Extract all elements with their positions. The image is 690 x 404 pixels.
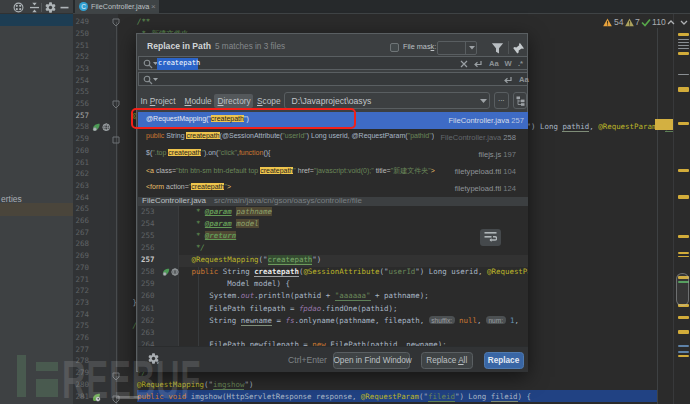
code-token: "): [312, 255, 321, 264]
gear-icon[interactable]: [45, 2, 56, 13]
tool-window-hovered-item[interactable]: [0, 203, 73, 216]
pin-icon[interactable]: [513, 41, 526, 54]
filter-icon[interactable]: [491, 42, 504, 55]
search-result-row[interactable]: public String createpath(@SessionAttribu…: [138, 129, 528, 146]
stripe-mark[interactable]: [678, 39, 689, 40]
spring-leaf-icon[interactable]: [92, 123, 101, 132]
directory-structure-button[interactable]: [513, 92, 528, 109]
search-result-row[interactable]: <form action="createpath">filetypeload.f…: [138, 180, 528, 197]
hide-icon[interactable]: [59, 2, 70, 13]
line-number: 255: [76, 86, 89, 98]
match-highlight: createpath: [168, 149, 201, 156]
folding-line: [116, 22, 117, 404]
stripe-mark[interactable]: [678, 345, 689, 347]
words-toggle[interactable]: W: [505, 59, 512, 68]
replace-field[interactable]: Aa: [138, 72, 528, 86]
stripe-mark[interactable]: [678, 252, 689, 254]
search-field[interactable]: createpath Aa W .*: [138, 56, 528, 70]
search-result-row[interactable]: $(".top createpath").on("click",function…: [138, 146, 528, 163]
tab-filecontroller[interactable]: C FileController.java ×: [75, 0, 159, 13]
scope-tab-directory[interactable]: Directory: [218, 96, 251, 106]
search-input-value[interactable]: createpath: [158, 59, 200, 67]
scope-tab-module[interactable]: Module: [185, 96, 212, 106]
code-token: shuffix:: [429, 316, 455, 324]
stripe-mark[interactable]: [678, 256, 689, 258]
code-token: + pathname);: [371, 291, 429, 300]
combo-arrow-icon[interactable]: [465, 42, 476, 54]
code-token: ) {: [518, 392, 531, 401]
combo-arrow-icon[interactable]: [477, 93, 489, 108]
softwrap-button[interactable]: [480, 229, 501, 246]
scope-tab-scope[interactable]: Scope: [257, 96, 281, 106]
file-mask-combo[interactable]: [437, 41, 477, 55]
directory-combo[interactable]: D:\Javaproject\oasys: [284, 92, 490, 109]
preview-code-line: public String createpath(@SessionAttribu…: [174, 266, 529, 278]
code-token: class=: [156, 167, 176, 174]
replace-all-button[interactable]: Replace All: [421, 352, 473, 370]
preview-line-number: 262: [141, 315, 154, 327]
stripe-mark[interactable]: [678, 122, 689, 125]
chevron-up-icon[interactable]: [667, 19, 675, 26]
code-token: "aaaaaa": [335, 291, 371, 301]
newline-icon[interactable]: [473, 59, 483, 69]
stripe-mark[interactable]: [678, 195, 689, 199]
fold-marker-icon[interactable]: [112, 372, 120, 381]
result-location: filetypeload.ftl 124: [449, 180, 528, 197]
stripe-mark[interactable]: [678, 33, 689, 36]
code-token: createpath: [268, 255, 313, 265]
file-mask-checkbox[interactable]: [390, 43, 399, 52]
globe-icon[interactable]: [102, 123, 111, 132]
newline-icon[interactable]: [503, 75, 513, 85]
browse-button[interactable]: ...: [494, 92, 509, 109]
editor-code-line: @RequestMapping("imgshow"): [119, 379, 253, 391]
match-case-toggle[interactable]: Aa: [489, 59, 499, 68]
replace-button[interactable]: Replace: [484, 352, 524, 370]
stripe-mark[interactable]: [678, 52, 689, 55]
dialog-footer: Ctrl+Enter Open in Find Window Replace A…: [138, 346, 528, 372]
code-token: @RequestParam: [487, 267, 528, 276]
stripe-mark[interactable]: [678, 87, 689, 92]
fold-marker-icon[interactable]: [112, 136, 120, 145]
fold-marker-icon[interactable]: [112, 100, 120, 109]
code-token: @return: [205, 231, 236, 240]
stripe-mark[interactable]: [678, 45, 689, 46]
stripe-mark[interactable]: [678, 316, 689, 319]
chevron-down-icon[interactable]: [680, 19, 688, 26]
result-text: public String createpath(@SessionAttribu…: [146, 132, 475, 139]
stripe-mark[interactable]: [678, 169, 689, 172]
preview-editor[interactable]: 253254255256257258259260261262263264 * @…: [138, 206, 528, 347]
code-token: "javascript:void(0);": [314, 167, 374, 174]
search-result-row[interactable]: <a class="btn btn-sm btn-default top cre…: [138, 163, 528, 180]
check-icon: [641, 18, 651, 27]
stripe-mark[interactable]: [678, 48, 689, 49]
stripe-mark[interactable]: [678, 351, 689, 353]
scrollbar-thumb[interactable]: [676, 273, 689, 306]
code-token: "pathid": [408, 132, 432, 139]
preview-code-line: Model model) {: [174, 278, 290, 290]
tab-close-icon[interactable]: ×: [151, 3, 156, 10]
group-by-icon[interactable]: [13, 2, 24, 13]
stripe-mark[interactable]: [678, 330, 689, 334]
open-in-find-window-button[interactable]: Open in Find Window: [333, 352, 410, 370]
horizontal-scrollbar-thumb[interactable]: [116, 396, 140, 400]
scope-tab-in-project[interactable]: In Project: [141, 96, 176, 106]
preview-code-line: System.out.println(pathid + "aaaaaa" + p…: [174, 290, 429, 302]
stripe-mark[interactable]: [678, 42, 689, 43]
stripe-mark[interactable]: [678, 74, 689, 76]
code-token: @SessionAttribute: [303, 267, 379, 276]
tool-window-selected-item[interactable]: [0, 14, 73, 26]
preview-code-line: FilePath newfilepath = new FilePath(path…: [174, 339, 447, 346]
editor-code-line: /**: [119, 16, 150, 28]
stripe-mark[interactable]: [678, 355, 689, 357]
replace-history-caret[interactable]: [153, 78, 158, 82]
regex-toggle[interactable]: .*: [518, 59, 523, 68]
gear-icon[interactable]: [148, 353, 159, 364]
clear-icon[interactable]: [459, 59, 469, 69]
error-stripe[interactable]: [673, 14, 690, 404]
stripe-mark[interactable]: [678, 235, 689, 238]
preserve-case-toggle[interactable]: Aa: [519, 75, 529, 84]
fold-marker-icon[interactable]: [112, 18, 120, 27]
replace-in-path-dialog: Replace in Path 5 matches in 3 files Fil…: [136, 33, 528, 372]
spring-leaf-icon[interactable]: [92, 393, 101, 402]
collapse-icon[interactable]: [29, 2, 40, 13]
